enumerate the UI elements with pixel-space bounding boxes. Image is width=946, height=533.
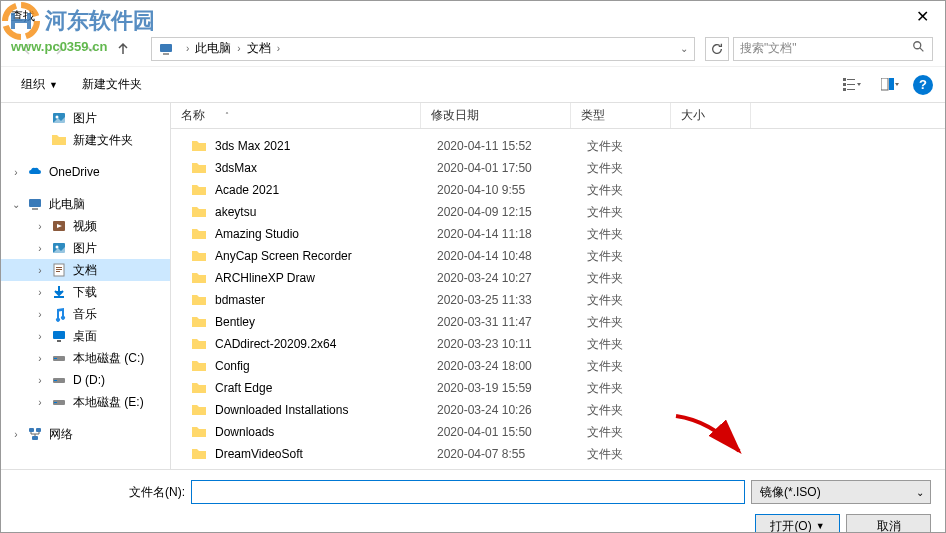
expand-icon: › [35, 287, 45, 298]
forward-button[interactable] [45, 35, 73, 63]
svg-rect-7 [847, 84, 855, 85]
filename-input[interactable] [191, 480, 745, 504]
svg-rect-23 [53, 331, 65, 339]
file-name: akeytsu [215, 205, 437, 219]
file-type: 文件夹 [587, 358, 687, 375]
sidebar-item-网络[interactable]: ›网络 [1, 423, 170, 445]
file-row[interactable]: Downloads2020-04-01 15:50文件夹 [171, 421, 945, 443]
file-row[interactable]: ARCHlineXP Draw2020-03-24 10:27文件夹 [171, 267, 945, 289]
file-date: 2020-03-24 18:00 [437, 359, 587, 373]
file-row[interactable]: AnyCap Screen Recorder2020-04-14 10:48文件… [171, 245, 945, 267]
open-button[interactable]: 打开(O) ▼ [755, 514, 840, 533]
breadcrumb[interactable]: › 此电脑 › 文档 › ⌄ [151, 37, 695, 61]
column-headers: 名称 ˄ 修改日期 类型 大小 [171, 103, 945, 129]
breadcrumb-dropdown[interactable]: ⌄ [680, 43, 688, 54]
cancel-button[interactable]: 取消 [846, 514, 931, 533]
file-row[interactable]: Acade 20212020-04-10 9:55文件夹 [171, 179, 945, 201]
dialog-title: 查找 [11, 8, 35, 25]
search-input[interactable]: 搜索"文档" [733, 37, 933, 61]
file-row[interactable]: akeytsu2020-04-09 12:15文件夹 [171, 201, 945, 223]
breadcrumb-root[interactable]: 此电脑 [195, 40, 231, 57]
sidebar-item-label: 此电脑 [49, 196, 85, 213]
sidebar-item-label: 音乐 [73, 306, 97, 323]
back-button[interactable] [13, 35, 41, 63]
sidebar-item-音乐[interactable]: ›音乐 [1, 303, 170, 325]
folder-icon [191, 424, 207, 440]
search-placeholder: 搜索"文档" [740, 40, 912, 57]
file-type: 文件夹 [587, 160, 687, 177]
file-name: Downloads [215, 425, 437, 439]
preview-pane-button[interactable] [875, 73, 905, 97]
file-date: 2020-03-25 11:33 [437, 293, 587, 307]
file-name: CADdirect-20209.2x64 [215, 337, 437, 351]
file-list[interactable]: 3ds Max 20212020-04-11 15:52文件夹3dsMax202… [171, 129, 945, 469]
folder-icon [191, 204, 207, 220]
video-icon [51, 218, 67, 234]
file-row[interactable]: DreamVideoSoft2020-04-07 8:55文件夹 [171, 443, 945, 465]
column-size[interactable]: 大小 [671, 103, 751, 128]
file-row[interactable]: bdmaster2020-03-25 11:33文件夹 [171, 289, 945, 311]
sidebar-item-图片[interactable]: 图片 [1, 107, 170, 129]
column-name[interactable]: 名称 ˄ [171, 103, 421, 128]
file-date: 2020-04-01 15:50 [437, 425, 587, 439]
sidebar-item-新建文件夹[interactable]: 新建文件夹 [1, 129, 170, 151]
column-date[interactable]: 修改日期 [421, 103, 571, 128]
file-type: 文件夹 [587, 270, 687, 287]
recent-dropdown[interactable] [77, 35, 105, 63]
sidebar-item-本地磁盘 (C:)[interactable]: ›本地磁盘 (C:) [1, 347, 170, 369]
svg-rect-15 [32, 208, 38, 210]
file-row[interactable]: Config2020-03-24 18:00文件夹 [171, 355, 945, 377]
help-button[interactable]: ? [913, 75, 933, 95]
sidebar-item-label: 桌面 [73, 328, 97, 345]
column-type[interactable]: 类型 [571, 103, 671, 128]
sidebar-item-此电脑[interactable]: ⌄此电脑 [1, 193, 170, 215]
file-row[interactable]: Amazing Studio2020-04-14 11:18文件夹 [171, 223, 945, 245]
sidebar-item-OneDrive[interactable]: ›OneDrive [1, 161, 170, 183]
file-row[interactable]: Downloaded Installations2020-03-24 10:26… [171, 399, 945, 421]
file-date: 2020-03-24 10:27 [437, 271, 587, 285]
sidebar-item-文档[interactable]: ›文档 [1, 259, 170, 281]
folder-icon [191, 402, 207, 418]
sidebar-item-视频[interactable]: ›视频 [1, 215, 170, 237]
file-date: 2020-04-07 8:55 [437, 447, 587, 461]
file-type: 文件夹 [587, 226, 687, 243]
file-row[interactable]: Bentley2020-03-31 11:47文件夹 [171, 311, 945, 333]
filetype-dropdown[interactable]: 镜像(*.ISO) ⌄ [751, 480, 931, 504]
file-row[interactable]: Craft Edge2020-03-19 15:59文件夹 [171, 377, 945, 399]
sidebar-item-本地磁盘 (E:)[interactable]: ›本地磁盘 (E:) [1, 391, 170, 413]
sidebar-item-D (D:)[interactable]: ›D (D:) [1, 369, 170, 391]
refresh-button[interactable] [705, 37, 729, 61]
sidebar-item-下载[interactable]: ›下载 [1, 281, 170, 303]
file-row[interactable]: 3dsMax2020-04-01 17:50文件夹 [171, 157, 945, 179]
drive-icon [51, 394, 67, 410]
svg-rect-20 [56, 267, 62, 268]
pc-icon [158, 41, 174, 57]
sort-indicator-icon: ˄ [225, 111, 229, 120]
network-icon [27, 426, 43, 442]
sidebar-item-label: 图片 [73, 240, 97, 257]
expand-icon: › [35, 243, 45, 254]
expand-icon: › [35, 397, 45, 408]
file-row[interactable]: CADdirect-20209.2x642020-03-23 10:11文件夹 [171, 333, 945, 355]
new-folder-button[interactable]: 新建文件夹 [74, 72, 150, 97]
refresh-icon [710, 42, 724, 56]
svg-rect-5 [847, 79, 855, 80]
file-date: 2020-04-14 11:18 [437, 227, 587, 241]
view-options-button[interactable] [837, 73, 867, 97]
organize-button[interactable]: 组织 ▼ [13, 72, 66, 97]
sidebar-item-图片[interactable]: ›图片 [1, 237, 170, 259]
expand-icon: › [35, 331, 45, 342]
file-type: 文件夹 [587, 138, 687, 155]
new-folder-label: 新建文件夹 [82, 76, 142, 93]
footer: 文件名(N): 镜像(*.ISO) ⌄ 打开(O) ▼ 取消 [1, 469, 945, 533]
sidebar-item-label: 文档 [73, 262, 97, 279]
close-button[interactable]: ✕ [900, 1, 945, 31]
sidebar-item-桌面[interactable]: ›桌面 [1, 325, 170, 347]
breadcrumb-current[interactable]: 文档 [247, 40, 271, 57]
svg-rect-30 [54, 402, 57, 403]
up-button[interactable] [109, 35, 137, 63]
file-date: 2020-04-14 10:48 [437, 249, 587, 263]
file-type: 文件夹 [587, 380, 687, 397]
folder-icon [191, 314, 207, 330]
file-row[interactable]: 3ds Max 20212020-04-11 15:52文件夹 [171, 135, 945, 157]
